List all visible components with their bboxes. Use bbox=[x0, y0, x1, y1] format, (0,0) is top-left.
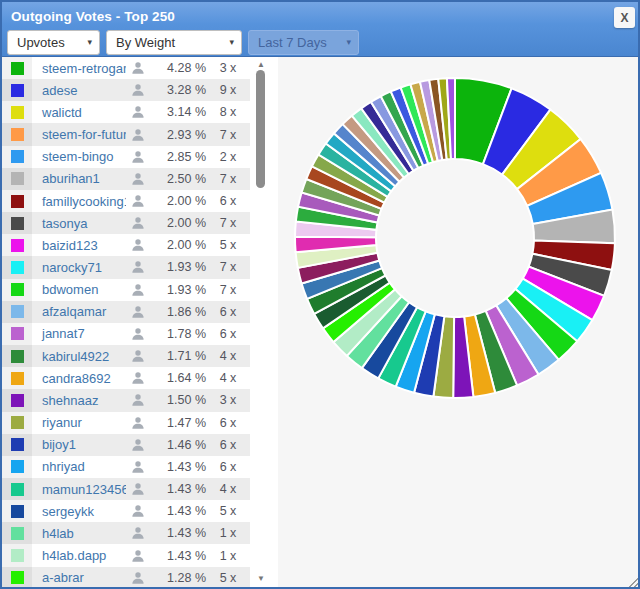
account-link[interactable]: afzalqamar bbox=[32, 304, 126, 319]
user-icon[interactable] bbox=[126, 327, 150, 341]
account-link[interactable]: famillycooking1 bbox=[32, 194, 126, 209]
user-icon[interactable] bbox=[126, 504, 150, 518]
vote-percent: 1.64 % bbox=[150, 371, 206, 385]
user-icon[interactable] bbox=[126, 238, 150, 252]
user-icon[interactable] bbox=[126, 549, 150, 563]
user-icon[interactable] bbox=[126, 194, 150, 208]
user-icon[interactable] bbox=[126, 150, 150, 164]
dialog-header: Outgoing Votes - Top 250 X Upvotes ▾ By … bbox=[2, 2, 638, 57]
list-item[interactable]: shehnaaz 1.50 % 3 x bbox=[2, 389, 250, 411]
list-item[interactable]: riyanur 1.47 % 6 x bbox=[2, 412, 250, 434]
account-link[interactable]: narocky71 bbox=[32, 260, 126, 275]
close-button[interactable]: X bbox=[614, 7, 635, 28]
account-link[interactable]: bdwomen bbox=[32, 282, 126, 297]
user-icon[interactable] bbox=[126, 416, 150, 430]
account-link[interactable]: shehnaaz bbox=[32, 393, 126, 408]
list-item[interactable]: sergeykk 1.43 % 5 x bbox=[2, 500, 250, 522]
user-icon[interactable] bbox=[126, 349, 150, 363]
vote-percent: 1.43 % bbox=[150, 504, 206, 518]
color-swatch bbox=[2, 544, 32, 566]
account-link[interactable]: sergeykk bbox=[32, 504, 126, 519]
account-link[interactable]: aburihan1 bbox=[32, 171, 126, 186]
list-item[interactable]: steem-retrogames 4.28 % 3 x bbox=[2, 57, 250, 79]
list-item[interactable]: aburihan1 2.50 % 7 x bbox=[2, 168, 250, 190]
account-link[interactable]: candra8692 bbox=[32, 371, 126, 386]
vote-percent: 1.93 % bbox=[150, 260, 206, 274]
color-swatch bbox=[2, 367, 32, 389]
user-icon[interactable] bbox=[126, 105, 150, 119]
user-icon[interactable] bbox=[126, 172, 150, 186]
list-item[interactable]: tasonya 2.00 % 7 x bbox=[2, 212, 250, 234]
list-item[interactable]: famillycooking1 2.00 % 6 x bbox=[2, 190, 250, 212]
color-swatch bbox=[2, 212, 32, 234]
account-link[interactable]: jannat7 bbox=[32, 326, 126, 341]
scrollbar-thumb[interactable] bbox=[256, 70, 265, 188]
list-item[interactable]: walictd 3.14 % 8 x bbox=[2, 101, 250, 123]
user-icon[interactable] bbox=[126, 305, 150, 319]
user-icon[interactable] bbox=[126, 283, 150, 297]
vote-percent: 2.00 % bbox=[150, 194, 206, 208]
account-link[interactable]: steem-for-future bbox=[32, 127, 126, 142]
account-link[interactable]: h4lab.dapp bbox=[32, 548, 126, 563]
account-link[interactable]: steem-retrogames bbox=[32, 61, 126, 76]
weight-mode-select[interactable]: By Weight ▾ bbox=[106, 30, 242, 55]
list-scrollbar[interactable]: ▲ ▼ bbox=[250, 57, 278, 587]
scroll-down-icon[interactable]: ▼ bbox=[250, 575, 272, 583]
color-swatch bbox=[2, 190, 32, 212]
scroll-up-icon[interactable]: ▲ bbox=[250, 61, 272, 69]
list-item[interactable]: h4lab 1.43 % 1 x bbox=[2, 522, 250, 544]
list-item[interactable]: bijoy1 1.46 % 6 x bbox=[2, 434, 250, 456]
user-icon[interactable] bbox=[126, 83, 150, 97]
color-swatch bbox=[2, 146, 32, 168]
vote-percent: 3.28 % bbox=[150, 83, 206, 97]
list-item[interactable]: jannat7 1.78 % 6 x bbox=[2, 323, 250, 345]
list-item[interactable]: steem-for-future 2.93 % 7 x bbox=[2, 123, 250, 145]
list-item[interactable]: steem-bingo 2.85 % 2 x bbox=[2, 146, 250, 168]
account-link[interactable]: riyanur bbox=[32, 415, 126, 430]
list-item[interactable]: mamun123456 1.43 % 4 x bbox=[2, 478, 250, 500]
account-link[interactable]: steem-bingo bbox=[32, 149, 126, 164]
account-link[interactable]: kabirul4922 bbox=[32, 349, 126, 364]
list-item[interactable]: baizid123 2.00 % 5 x bbox=[2, 234, 250, 256]
vote-percent: 2.00 % bbox=[150, 216, 206, 230]
vote-type-value: Upvotes bbox=[17, 35, 65, 50]
account-link[interactable]: walictd bbox=[32, 105, 126, 120]
user-icon[interactable] bbox=[126, 526, 150, 540]
list-item[interactable]: a-abrar 1.28 % 5 x bbox=[2, 567, 250, 587]
user-icon[interactable] bbox=[126, 61, 150, 75]
account-link[interactable]: baizid123 bbox=[32, 238, 126, 253]
vote-percent: 3.14 % bbox=[150, 105, 206, 119]
user-icon[interactable] bbox=[126, 438, 150, 452]
list-item[interactable]: afzalqamar 1.86 % 6 x bbox=[2, 301, 250, 323]
list-item[interactable]: adese 3.28 % 9 x bbox=[2, 79, 250, 101]
vote-count: 3 x bbox=[206, 393, 250, 407]
vote-count: 6 x bbox=[206, 194, 250, 208]
list-item[interactable]: h4lab.dapp 1.43 % 1 x bbox=[2, 544, 250, 566]
user-icon[interactable] bbox=[126, 371, 150, 385]
user-icon[interactable] bbox=[126, 260, 150, 274]
user-icon[interactable] bbox=[126, 393, 150, 407]
account-link[interactable]: a-abrar bbox=[32, 570, 126, 585]
account-link[interactable]: bijoy1 bbox=[32, 437, 126, 452]
account-link[interactable]: nhriyad bbox=[32, 459, 126, 474]
account-link[interactable]: mamun123456 bbox=[32, 482, 126, 497]
vote-type-select[interactable]: Upvotes ▾ bbox=[7, 30, 100, 55]
user-icon[interactable] bbox=[126, 128, 150, 142]
color-swatch bbox=[2, 323, 32, 345]
user-icon[interactable] bbox=[126, 482, 150, 496]
page-title: Outgoing Votes - Top 250 bbox=[11, 7, 175, 24]
list-item[interactable]: bdwomen 1.93 % 7 x bbox=[2, 279, 250, 301]
list-item[interactable]: kabirul4922 1.71 % 4 x bbox=[2, 345, 250, 367]
list-item[interactable]: nhriyad 1.43 % 6 x bbox=[2, 456, 250, 478]
vote-percent: 1.78 % bbox=[150, 327, 206, 341]
account-link[interactable]: tasonya bbox=[32, 216, 126, 231]
list-item[interactable]: candra8692 1.64 % 4 x bbox=[2, 367, 250, 389]
user-icon[interactable] bbox=[126, 216, 150, 230]
user-icon[interactable] bbox=[126, 460, 150, 474]
vote-count: 6 x bbox=[206, 327, 250, 341]
color-swatch bbox=[2, 434, 32, 456]
account-link[interactable]: h4lab bbox=[32, 526, 126, 541]
account-link[interactable]: adese bbox=[32, 83, 126, 98]
user-icon[interactable] bbox=[126, 571, 150, 585]
list-item[interactable]: narocky71 1.93 % 7 x bbox=[2, 256, 250, 278]
